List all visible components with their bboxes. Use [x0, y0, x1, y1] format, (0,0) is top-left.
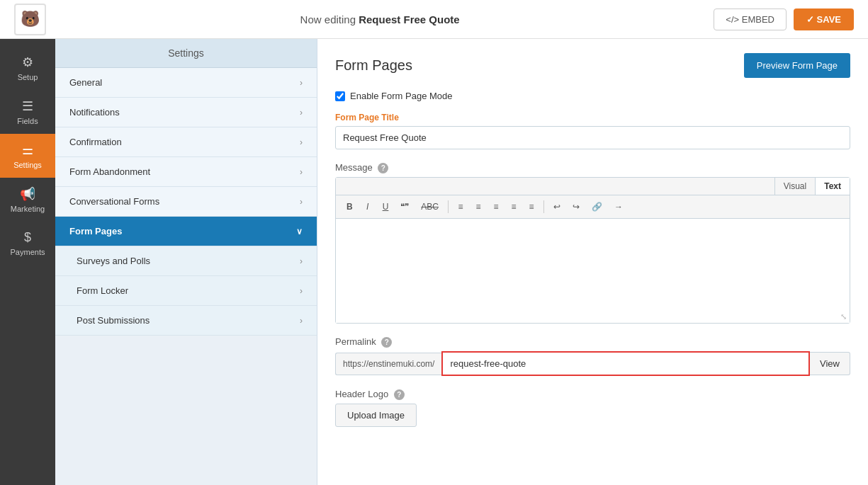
chevron-icon: › [300, 108, 303, 118]
permalink-group: Permalink ? https://enstinemuki.com/ Vie… [335, 336, 850, 376]
settings-icon: ⚌ [22, 142, 33, 158]
chevron-down-icon: ∨ [296, 227, 303, 236]
setup-icon: ⚙ [22, 55, 33, 70]
editor-toolbar: B I U ❝❞ ABC ≡ ≡ ≡ ≡ ≡ ↩ ↪ 🔗 → [336, 195, 850, 219]
toolbar-quote[interactable]: ❝❞ [395, 199, 414, 215]
logo-area: 🐻 [14, 4, 46, 35]
chevron-icon: › [300, 286, 303, 296]
editing-prefix: Now editing [300, 13, 359, 25]
nav-label-marketing: Marketing [11, 205, 45, 213]
settings-menu: General › Notifications › Confirmation ›… [55, 68, 317, 485]
payments-icon: $ [24, 230, 31, 245]
menu-label-confirmation: Confirmation [69, 137, 122, 147]
form-name: Request Free Quote [359, 13, 460, 25]
editor-body[interactable] [336, 219, 850, 311]
menu-item-form-abandonment[interactable]: Form Abandonment › [55, 157, 317, 187]
toolbar-italic[interactable]: I [360, 199, 376, 215]
chevron-icon: › [300, 197, 303, 207]
form-page-title-input[interactable] [335, 126, 850, 149]
menu-label-notifications: Notifications [69, 107, 120, 118]
enable-form-page-label: Enable Form Page Mode [350, 91, 453, 101]
header-logo-help-icon[interactable]: ? [394, 389, 405, 400]
preview-form-page-button[interactable]: Preview Form Page [744, 53, 850, 78]
menu-item-surveys-polls[interactable]: Surveys and Polls › [55, 246, 317, 276]
main-content: Form Pages Preview Form Page Enable Form… [317, 39, 868, 485]
fields-icon: ☰ [22, 98, 33, 114]
toolbar-undo[interactable]: ↩ [548, 199, 565, 215]
toolbar-sep-2 [543, 200, 544, 213]
nav-label-fields: Fields [17, 117, 38, 125]
editor-resize-handle[interactable]: ⤡ [336, 311, 850, 323]
nav-item-marketing[interactable]: 📢 Marketing [0, 178, 55, 222]
permalink-help-icon[interactable]: ? [381, 337, 392, 348]
top-bar-actions: </> EMBED ✓ SAVE [714, 8, 854, 30]
section-title: Form Pages [335, 57, 412, 74]
form-page-title-group: Form Page Title [335, 113, 850, 149]
toolbar-align-center[interactable]: ≡ [506, 199, 522, 215]
tab-text[interactable]: Text [815, 178, 850, 195]
header-logo-label: Header Logo ? [335, 389, 850, 400]
menu-label-general: General [69, 77, 102, 88]
menu-label-form-locker: Form Locker [77, 285, 128, 296]
nav-label-settings: Settings [13, 161, 42, 169]
permalink-prefix: https://enstinemuki.com/ [335, 353, 441, 375]
editor-tabs: Visual Text [336, 178, 850, 195]
embed-button[interactable]: </> EMBED [714, 8, 787, 30]
message-group: Message ? Visual Text B I U ❝❞ ABC ≡ ≡ ≡ [335, 162, 850, 324]
toolbar-underline[interactable]: U [378, 199, 394, 215]
toolbar-strikethrough[interactable]: ABC [416, 199, 444, 215]
chevron-icon: › [300, 78, 303, 88]
section-header: Form Pages Preview Form Page [335, 53, 850, 78]
menu-label-conversational-forms: Conversational Forms [69, 196, 159, 207]
toolbar-redo[interactable]: ↪ [568, 199, 585, 215]
chevron-icon: › [300, 316, 303, 326]
menu-item-notifications[interactable]: Notifications › [55, 98, 317, 127]
enable-form-page-checkbox[interactable] [335, 91, 345, 101]
icon-nav: ⚙ Setup ☰ Fields ⚌ Settings 📢 Marketing … [0, 39, 55, 485]
message-help-icon[interactable]: ? [378, 163, 388, 173]
permalink-label: Permalink ? [335, 336, 850, 348]
nav-label-setup: Setup [18, 73, 38, 81]
toolbar-link[interactable]: 🔗 [587, 199, 607, 215]
enable-checkbox-row: Enable Form Page Mode [335, 91, 850, 101]
menu-item-confirmation[interactable]: Confirmation › [55, 127, 317, 157]
menu-label-surveys-polls: Surveys and Polls [77, 256, 150, 266]
menu-label-form-abandonment: Form Abandonment [69, 166, 150, 177]
menu-item-conversational-forms[interactable]: Conversational Forms › [55, 187, 317, 217]
chevron-icon: › [300, 137, 303, 147]
permalink-input[interactable] [441, 351, 810, 376]
chevron-icon: › [300, 167, 303, 177]
settings-sidebar: Settings General › Notifications › Confi… [55, 39, 317, 485]
nav-item-payments[interactable]: $ Payments [0, 222, 55, 265]
nav-label-payments: Payments [11, 248, 45, 256]
chevron-icon: › [300, 256, 303, 266]
nav-item-fields[interactable]: ☰ Fields [0, 90, 55, 134]
settings-header: Settings [55, 39, 317, 68]
message-editor: Visual Text B I U ❝❞ ABC ≡ ≡ ≡ ≡ ≡ ↩ [335, 177, 850, 324]
menu-item-general[interactable]: General › [55, 68, 317, 98]
tab-visual[interactable]: Visual [774, 178, 815, 195]
menu-item-post-submissions[interactable]: Post Submissions › [55, 306, 317, 336]
main-layout: ⚙ Setup ☰ Fields ⚌ Settings 📢 Marketing … [0, 39, 868, 485]
toolbar-align-left[interactable]: ≡ [488, 199, 504, 215]
nav-item-settings[interactable]: ⚌ Settings [0, 134, 55, 178]
toolbar-more[interactable]: → [609, 199, 628, 215]
editing-title: Now editing Request Free Quote [300, 13, 460, 25]
view-button[interactable]: View [810, 352, 850, 375]
permalink-row: https://enstinemuki.com/ View [335, 351, 850, 376]
top-bar: 🐻 Now editing Request Free Quote </> EMB… [0, 0, 868, 39]
menu-item-form-locker[interactable]: Form Locker › [55, 276, 317, 306]
logo-icon: 🐻 [14, 4, 46, 35]
toolbar-bold[interactable]: B [342, 199, 358, 215]
save-button[interactable]: ✓ SAVE [794, 8, 854, 30]
header-logo-group: Header Logo ? Upload Image [335, 389, 850, 427]
menu-item-form-pages[interactable]: Form Pages ∨ [55, 217, 317, 246]
marketing-icon: 📢 [20, 186, 35, 202]
toolbar-ol[interactable]: ≡ [470, 199, 486, 215]
message-label: Message ? [335, 162, 850, 173]
nav-item-setup[interactable]: ⚙ Setup [0, 46, 55, 90]
toolbar-align-right[interactable]: ≡ [524, 199, 539, 215]
upload-image-button[interactable]: Upload Image [335, 404, 417, 427]
toolbar-ul[interactable]: ≡ [453, 199, 468, 215]
toolbar-sep-1 [448, 200, 449, 213]
